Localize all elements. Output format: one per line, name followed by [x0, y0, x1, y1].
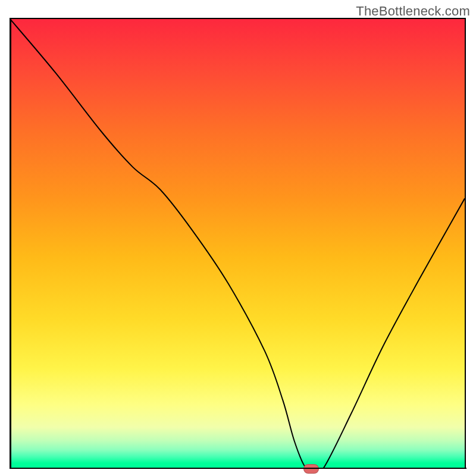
optimal-point-marker — [303, 464, 319, 474]
attribution-label: TheBottleneck.com — [356, 4, 470, 19]
plot-area — [10, 18, 466, 468]
heatmap-gradient — [10, 19, 465, 468]
